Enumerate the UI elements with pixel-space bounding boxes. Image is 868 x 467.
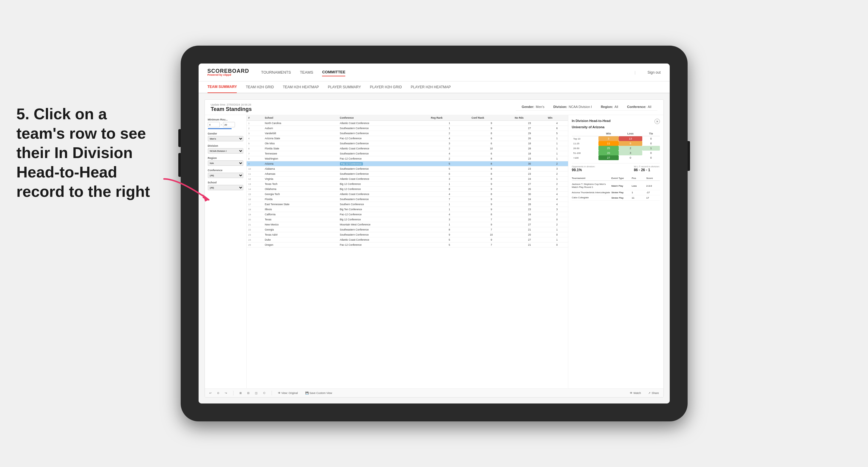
- panel-update: Update time: 27/03/2024 16:56:26: [211, 103, 252, 106]
- cell-rank: 6: [247, 146, 263, 151]
- region-filter-label: Region:: [601, 105, 613, 108]
- nav-teams[interactable]: TEAMS: [300, 69, 313, 76]
- redo-step-button[interactable]: ⊙: [216, 391, 221, 395]
- cell-reg-rank: 2: [429, 146, 470, 151]
- cell-conf: Atlantic Coast Conference: [338, 121, 429, 126]
- min-rounds-input[interactable]: [208, 122, 220, 127]
- cell-conf: Pac-12 Conference: [338, 136, 429, 141]
- table-row[interactable]: 11 Arkansas Southeastern Conference 6 8 …: [247, 172, 568, 177]
- cell-conf: Southeastern Conference: [338, 131, 429, 136]
- filter-slider[interactable]: [208, 128, 232, 129]
- table-row[interactable]: 10 Alabama Southeastern Conference 5 8 2…: [247, 166, 568, 172]
- table-row[interactable]: 14 Oklahoma Big 12 Conference 8 9 26 2: [247, 187, 568, 192]
- cell-rank: 25: [247, 243, 263, 248]
- tool-3[interactable]: ◫: [253, 391, 259, 395]
- cell-win: 1: [546, 177, 568, 182]
- table-row[interactable]: 17 East Tennessee State Southern Confere…: [247, 202, 568, 207]
- cell-rds: 24: [513, 177, 546, 182]
- table-row[interactable]: 9 Arizona Pac-12 Conference 5 8 30 2: [247, 161, 568, 166]
- table-row[interactable]: 19 California Pac-12 Conference 4 8 24 2: [247, 212, 568, 217]
- sub-nav-team-summary[interactable]: TEAM SUMMARY: [208, 81, 237, 93]
- cell-rds: 27: [513, 222, 546, 227]
- cell-conf: Pac-12 Conference: [338, 212, 429, 217]
- share-button[interactable]: ↗ Share: [647, 391, 660, 395]
- undo-button[interactable]: ↩: [208, 391, 213, 395]
- cell-school: Arizona: [263, 161, 338, 166]
- watch-label: Watch: [633, 392, 641, 395]
- region-select[interactable]: N/A: [208, 160, 243, 166]
- table-row[interactable]: 13 Texas Tech Big 12 Conference 1 9 27 2: [247, 182, 568, 187]
- conference-filter-label: Conference:: [627, 105, 646, 108]
- h2h-close-button[interactable]: ✕: [654, 119, 660, 124]
- cell-rds: 23: [513, 156, 546, 161]
- cell-rds: 29: [513, 131, 546, 136]
- table-row[interactable]: 4 Arizona State Pac-12 Conference 4 6 26…: [247, 136, 568, 141]
- share-label: Share: [652, 392, 659, 395]
- sub-nav-team-h2h-grid[interactable]: TEAM H2H GRID: [246, 81, 274, 93]
- table-row[interactable]: 5 Ole Miss Southeastern Conference 3 6 1…: [247, 141, 568, 146]
- table-row[interactable]: 2 Auburn Southeastern Conference 1 9 27 …: [247, 126, 568, 131]
- cell-reg-rank: 1: [429, 126, 470, 131]
- division-select[interactable]: NCAA Division I: [208, 148, 243, 154]
- table-row[interactable]: 23 Texas A&M Southeastern Conference 9 1…: [247, 232, 568, 238]
- cell-conf: Southeastern Conference: [338, 126, 429, 131]
- table-row[interactable]: 21 New Mexico Mountain West Conference 1…: [247, 222, 568, 227]
- table-row[interactable]: 18 Illinois Big Ten Conference 1 9 23 3: [247, 207, 568, 212]
- table-row[interactable]: 16 Florida Southeastern Conference 7 9 2…: [247, 197, 568, 202]
- table-row[interactable]: 12 Virginia Atlantic Coast Conference 3 …: [247, 177, 568, 182]
- record-val: 86 - 26 - 1: [634, 168, 660, 172]
- forward-button[interactable]: ↪: [223, 391, 229, 395]
- cell-rank: 4: [247, 136, 263, 141]
- cell-school: Texas: [263, 217, 338, 222]
- sub-nav-player-h2h-heatmap[interactable]: PLAYER H2H HEATMAP: [411, 81, 451, 93]
- panel-body: Minimum Rou... - Gender: [205, 115, 663, 388]
- tool-1[interactable]: ⊞: [238, 391, 243, 395]
- nav-tournaments[interactable]: TOURNAMENTS: [261, 69, 291, 76]
- cell-school: California: [263, 212, 338, 217]
- cell-conf-rank: 8: [470, 161, 513, 166]
- h2h-col-win: Win: [598, 131, 619, 136]
- table-row[interactable]: 3 Vanderbilt Southeastern Conference 2 8…: [247, 131, 568, 136]
- watch-button[interactable]: 👁 Watch: [628, 391, 642, 395]
- cell-conf: Southeastern Conference: [338, 141, 429, 146]
- col-win: Win: [546, 115, 568, 121]
- view-original-button[interactable]: 👁 View: Original: [276, 391, 299, 395]
- cell-conf: Mountain West Conference: [338, 222, 429, 227]
- h2h-table: Win Loss Tie Top 10 3 13 0 11-25 11 8 0 …: [572, 131, 660, 160]
- sub-nav-player-summary[interactable]: PLAYER SUMMARY: [328, 81, 361, 93]
- cell-reg-rank: 5: [429, 166, 470, 172]
- table-row[interactable]: 20 Texas Big 12 Conference 3 7 20 0: [247, 217, 568, 222]
- nav-committee[interactable]: COMMITTEE: [322, 68, 345, 76]
- tool-4[interactable]: ⏲: [261, 391, 267, 395]
- cell-conf: Atlantic Coast Conference: [338, 177, 429, 182]
- cell-win: 1: [546, 146, 568, 151]
- cell-win: 1: [546, 151, 568, 156]
- toolbar-tools-group: ⊞ ⊟ ◫ ⏲: [238, 391, 267, 395]
- sub-nav-player-h2h-grid[interactable]: PLAYER H2H GRID: [370, 81, 402, 93]
- h2h-stats: Opponents in division: 99.1% W-L-T recor…: [572, 163, 660, 174]
- table-row[interactable]: 24 Duke Atlantic Coast Conference 5 9 27…: [247, 238, 568, 243]
- save-custom-button[interactable]: 💾 Save Custom View: [304, 391, 334, 395]
- h2h-tie: 0: [642, 155, 660, 160]
- tool-2[interactable]: ⊟: [246, 391, 251, 395]
- table-row[interactable]: 1 North Carolina Atlantic Coast Conferen…: [247, 121, 568, 126]
- table-row[interactable]: 22 Georgia Southeastern Conference 8 7 2…: [247, 227, 568, 232]
- sign-out-link[interactable]: Sign out: [647, 70, 660, 74]
- sub-nav-team-h2h-heatmap[interactable]: TEAM H2H HEATMAP: [283, 81, 319, 93]
- cell-rank: 22: [247, 227, 263, 232]
- table-row[interactable]: 7 Tennessee Southeastern Conference 4 6 …: [247, 151, 568, 156]
- filter-group-gender: Gender Men's: [208, 132, 243, 142]
- gender-select[interactable]: Men's: [208, 136, 243, 142]
- table-row[interactable]: 8 Washington Pac-12 Conference 2 8 23 1: [247, 156, 568, 161]
- table-row[interactable]: 25 Oregon Pac-12 Conference 5 7 21 0: [247, 243, 568, 248]
- table-row[interactable]: 6 Florida State Atlantic Coast Conferenc…: [247, 146, 568, 151]
- cell-win: 3: [546, 166, 568, 172]
- opponents-val: 99.1%: [572, 168, 595, 172]
- cell-conf: Southeastern Conference: [338, 197, 429, 202]
- table-row[interactable]: 15 Georgia Tech Atlantic Coast Conferenc…: [247, 192, 568, 197]
- max-rounds-input[interactable]: [223, 122, 235, 127]
- cell-school: New Mexico: [263, 222, 338, 227]
- cell-conf-rank: 9: [470, 222, 513, 227]
- h2h-tie: 0: [642, 136, 660, 142]
- cell-conf-rank: 9: [470, 238, 513, 243]
